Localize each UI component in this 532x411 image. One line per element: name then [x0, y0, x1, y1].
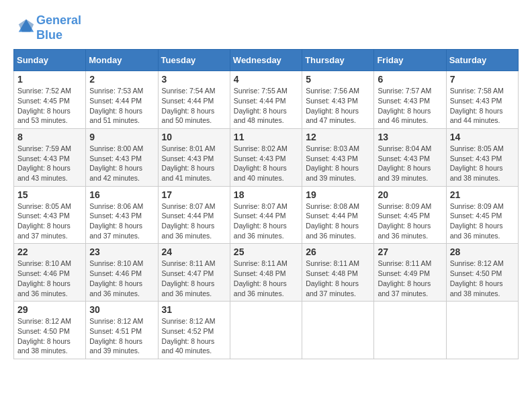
- day-number: 9: [89, 132, 154, 142]
- day-info: Sunrise: 8:12 AM Sunset: 4:50 PM Dayligh…: [17, 317, 71, 355]
- day-number: 3: [162, 74, 226, 85]
- day-number: 8: [17, 132, 82, 142]
- day-number: 25: [234, 246, 298, 257]
- day-number: 18: [234, 189, 298, 200]
- calendar-cell: [446, 302, 518, 359]
- calendar-cell: 15 Sunrise: 8:05 AM Sunset: 4:43 PM Dayl…: [14, 186, 86, 244]
- day-number: 13: [378, 132, 442, 142]
- day-number: 16: [89, 189, 154, 200]
- calendar-week-row: 29 Sunrise: 8:12 AM Sunset: 4:50 PM Dayl…: [14, 302, 519, 359]
- calendar-cell: 9 Sunrise: 8:00 AM Sunset: 4:43 PM Dayli…: [86, 128, 158, 186]
- calendar-table: SundayMondayTuesdayWednesdayThursdayFrid…: [13, 49, 519, 359]
- weekday-header-saturday: Saturday: [446, 50, 518, 71]
- calendar-cell: 24 Sunrise: 8:11 AM Sunset: 4:47 PM Dayl…: [158, 244, 230, 302]
- day-number: 28: [450, 246, 515, 257]
- calendar-cell: 7 Sunrise: 7:58 AM Sunset: 4:43 PM Dayli…: [446, 71, 518, 129]
- day-number: 7: [450, 74, 515, 85]
- day-info: Sunrise: 8:11 AM Sunset: 4:49 PM Dayligh…: [378, 259, 431, 297]
- calendar-cell: [302, 302, 374, 359]
- day-number: 31: [162, 304, 226, 315]
- day-info: Sunrise: 8:07 AM Sunset: 4:44 PM Dayligh…: [234, 202, 287, 240]
- calendar-cell: 11 Sunrise: 8:02 AM Sunset: 4:43 PM Dayl…: [230, 128, 302, 186]
- day-info: Sunrise: 8:08 AM Sunset: 4:44 PM Dayligh…: [306, 202, 359, 240]
- day-number: 23: [89, 246, 154, 257]
- day-info: Sunrise: 8:02 AM Sunset: 4:43 PM Dayligh…: [234, 144, 287, 182]
- day-info: Sunrise: 8:09 AM Sunset: 4:45 PM Dayligh…: [378, 202, 431, 240]
- day-number: 22: [17, 246, 82, 257]
- page-header: General Blue: [13, 13, 519, 42]
- day-number: 27: [378, 246, 442, 257]
- day-info: Sunrise: 8:05 AM Sunset: 4:43 PM Dayligh…: [17, 202, 71, 240]
- day-number: 26: [306, 246, 370, 257]
- calendar-cell: 8 Sunrise: 7:59 AM Sunset: 4:43 PM Dayli…: [14, 128, 86, 186]
- day-info: Sunrise: 8:06 AM Sunset: 4:43 PM Dayligh…: [89, 202, 143, 240]
- weekday-header-monday: Monday: [86, 50, 158, 71]
- day-number: 4: [234, 74, 298, 85]
- calendar-cell: 17 Sunrise: 8:07 AM Sunset: 4:44 PM Dayl…: [158, 186, 230, 244]
- calendar-cell: [230, 302, 302, 359]
- weekday-header-tuesday: Tuesday: [158, 50, 230, 71]
- calendar-cell: 20 Sunrise: 8:09 AM Sunset: 4:45 PM Dayl…: [374, 186, 446, 244]
- day-number: 10: [162, 132, 226, 142]
- day-number: 19: [306, 189, 370, 200]
- day-number: 14: [450, 132, 515, 142]
- day-info: Sunrise: 7:57 AM Sunset: 4:43 PM Dayligh…: [378, 87, 431, 124]
- weekday-header-thursday: Thursday: [302, 50, 374, 71]
- calendar-cell: 19 Sunrise: 8:08 AM Sunset: 4:44 PM Dayl…: [302, 186, 374, 244]
- calendar-cell: 14 Sunrise: 8:05 AM Sunset: 4:43 PM Dayl…: [446, 128, 518, 186]
- calendar-cell: 10 Sunrise: 8:01 AM Sunset: 4:43 PM Dayl…: [158, 128, 230, 186]
- day-info: Sunrise: 8:11 AM Sunset: 4:48 PM Dayligh…: [306, 259, 359, 297]
- calendar-cell: 28 Sunrise: 8:12 AM Sunset: 4:50 PM Dayl…: [446, 244, 518, 302]
- logo-text: General Blue: [36, 13, 81, 42]
- logo: General Blue: [13, 13, 81, 42]
- calendar-cell: 2 Sunrise: 7:53 AM Sunset: 4:44 PM Dayli…: [86, 71, 158, 129]
- day-number: 29: [17, 304, 82, 315]
- day-info: Sunrise: 7:56 AM Sunset: 4:43 PM Dayligh…: [306, 87, 359, 124]
- calendar-cell: 5 Sunrise: 7:56 AM Sunset: 4:43 PM Dayli…: [302, 71, 374, 129]
- calendar-cell: 6 Sunrise: 7:57 AM Sunset: 4:43 PM Dayli…: [374, 71, 446, 129]
- day-info: Sunrise: 8:04 AM Sunset: 4:43 PM Dayligh…: [378, 144, 431, 182]
- day-info: Sunrise: 8:07 AM Sunset: 4:44 PM Dayligh…: [162, 202, 216, 240]
- day-number: 17: [162, 189, 226, 200]
- day-info: Sunrise: 8:11 AM Sunset: 4:48 PM Dayligh…: [234, 259, 287, 297]
- calendar-week-row: 8 Sunrise: 7:59 AM Sunset: 4:43 PM Dayli…: [14, 128, 519, 186]
- day-number: 30: [89, 304, 154, 315]
- day-info: Sunrise: 8:01 AM Sunset: 4:43 PM Dayligh…: [162, 144, 216, 182]
- day-info: Sunrise: 8:10 AM Sunset: 4:46 PM Dayligh…: [17, 259, 71, 297]
- day-info: Sunrise: 7:53 AM Sunset: 4:44 PM Dayligh…: [89, 87, 143, 124]
- calendar-week-row: 1 Sunrise: 7:52 AM Sunset: 4:45 PM Dayli…: [14, 71, 519, 129]
- calendar-week-row: 15 Sunrise: 8:05 AM Sunset: 4:43 PM Dayl…: [14, 186, 519, 244]
- calendar-week-row: 22 Sunrise: 8:10 AM Sunset: 4:46 PM Dayl…: [14, 244, 519, 302]
- calendar-cell: 21 Sunrise: 8:09 AM Sunset: 4:45 PM Dayl…: [446, 186, 518, 244]
- day-number: 2: [89, 74, 154, 85]
- day-number: 5: [306, 74, 370, 85]
- day-info: Sunrise: 7:52 AM Sunset: 4:45 PM Dayligh…: [17, 87, 71, 124]
- calendar-cell: 4 Sunrise: 7:55 AM Sunset: 4:44 PM Dayli…: [230, 71, 302, 129]
- day-number: 15: [17, 189, 82, 200]
- calendar-cell: 29 Sunrise: 8:12 AM Sunset: 4:50 PM Dayl…: [14, 302, 86, 359]
- day-number: 1: [17, 74, 82, 85]
- calendar-cell: 27 Sunrise: 8:11 AM Sunset: 4:49 PM Dayl…: [374, 244, 446, 302]
- day-info: Sunrise: 7:59 AM Sunset: 4:43 PM Dayligh…: [17, 144, 71, 182]
- day-info: Sunrise: 8:05 AM Sunset: 4:43 PM Dayligh…: [450, 144, 504, 182]
- calendar-cell: 30 Sunrise: 8:12 AM Sunset: 4:51 PM Dayl…: [86, 302, 158, 359]
- calendar-cell: 3 Sunrise: 7:54 AM Sunset: 4:44 PM Dayli…: [158, 71, 230, 129]
- logo-icon: [16, 17, 36, 37]
- calendar-cell: 18 Sunrise: 8:07 AM Sunset: 4:44 PM Dayl…: [230, 186, 302, 244]
- weekday-header-friday: Friday: [374, 50, 446, 71]
- calendar-cell: 12 Sunrise: 8:03 AM Sunset: 4:43 PM Dayl…: [302, 128, 374, 186]
- day-number: 11: [234, 132, 298, 142]
- day-info: Sunrise: 8:12 AM Sunset: 4:50 PM Dayligh…: [450, 259, 504, 297]
- day-info: Sunrise: 7:58 AM Sunset: 4:43 PM Dayligh…: [450, 87, 504, 124]
- day-info: Sunrise: 8:11 AM Sunset: 4:47 PM Dayligh…: [162, 259, 216, 297]
- calendar-header-row: SundayMondayTuesdayWednesdayThursdayFrid…: [14, 50, 519, 71]
- calendar-cell: 31 Sunrise: 8:12 AM Sunset: 4:52 PM Dayl…: [158, 302, 230, 359]
- calendar-cell: 13 Sunrise: 8:04 AM Sunset: 4:43 PM Dayl…: [374, 128, 446, 186]
- day-info: Sunrise: 8:00 AM Sunset: 4:43 PM Dayligh…: [89, 144, 143, 182]
- day-number: 20: [378, 189, 442, 200]
- day-info: Sunrise: 7:55 AM Sunset: 4:44 PM Dayligh…: [234, 87, 287, 124]
- day-info: Sunrise: 8:09 AM Sunset: 4:45 PM Dayligh…: [450, 202, 504, 240]
- weekday-header-sunday: Sunday: [14, 50, 86, 71]
- day-number: 21: [450, 189, 515, 200]
- calendar-cell: 16 Sunrise: 8:06 AM Sunset: 4:43 PM Dayl…: [86, 186, 158, 244]
